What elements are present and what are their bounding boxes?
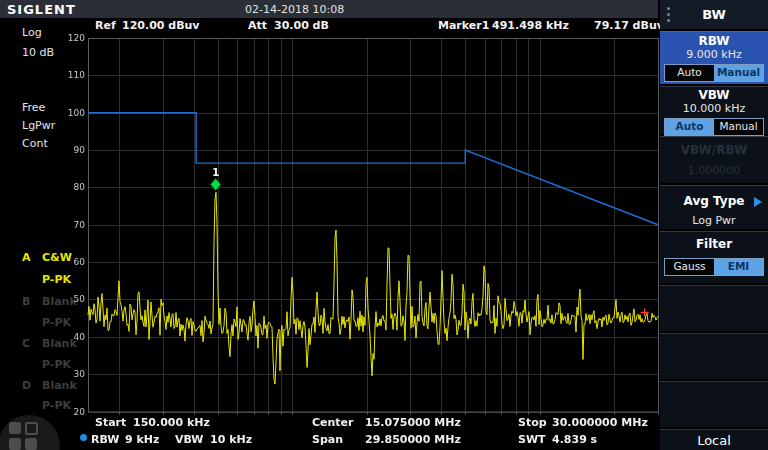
menu-header: BW <box>660 0 768 29</box>
vbw-value: 10 kHz <box>210 433 252 446</box>
stop-label: Stop <box>518 416 547 429</box>
scale-type-label[interactable]: Log <box>22 26 42 39</box>
swt-label: SWT <box>518 433 546 446</box>
start-label: Start <box>95 416 126 429</box>
scale-perdiv-label[interactable]: 10 dB <box>22 46 54 59</box>
menu-slot-empty <box>660 381 768 427</box>
menu-slot-empty <box>660 333 768 379</box>
menu-dots-icon[interactable] <box>667 7 671 25</box>
vbw-auto-option[interactable]: Auto <box>665 119 714 135</box>
rbw-label: RBW <box>91 433 119 446</box>
brand-logo: SIGLENT <box>7 2 76 17</box>
rbw-value: 9 kHz <box>125 433 159 446</box>
rbw-bullet-icon <box>80 434 87 441</box>
avg-type-softkey[interactable]: Avg Type Log Pwr <box>660 185 768 229</box>
filter-toggle: Gauss EMI <box>664 258 764 276</box>
vbw-softkey[interactable]: VBW 10.000 kHz Auto Manual <box>660 86 768 134</box>
menu-title: BW <box>660 0 768 29</box>
submenu-arrow-icon <box>754 197 762 207</box>
trigger-label[interactable]: Free <box>22 101 45 114</box>
stop-value: 30.000000 MHz <box>552 416 648 429</box>
average-label[interactable]: LgPwr <box>22 119 55 132</box>
vbw-auto-manual-toggle: Auto Manual <box>664 118 764 136</box>
filter-softkey[interactable]: Filter Gauss EMI <box>660 231 768 283</box>
center-label: Center <box>312 416 354 429</box>
vbw-rbw-ratio-softkey: VBW/RBW 1.000000 <box>660 136 768 183</box>
filter-emi-option[interactable]: EMI <box>714 259 763 275</box>
spectrum-plot-canvas[interactable] <box>60 28 660 418</box>
rbw-auto-option[interactable]: Auto <box>665 65 714 81</box>
vbw-label: VBW <box>175 433 203 446</box>
local-button[interactable]: Local <box>660 429 768 450</box>
rbw-manual-option[interactable]: Manual <box>714 65 763 81</box>
home-grid-icon[interactable] <box>0 415 60 450</box>
span-value: 29.850000 MHz <box>365 433 461 446</box>
menu-slot-empty <box>660 285 768 331</box>
softkey-menu-panel: BW RBW 9.000 kHz Auto Manual VBW 10.000 … <box>660 0 768 450</box>
span-label: Span <box>312 433 343 446</box>
vbw-manual-option[interactable]: Manual <box>714 119 763 135</box>
datetime: 02-14-2018 10:08 <box>245 3 344 16</box>
title-bar: SIGLENT 02-14-2018 10:08 <box>0 0 658 18</box>
rbw-softkey[interactable]: RBW 9.000 kHz Auto Manual <box>660 31 768 84</box>
center-value: 15.075000 MHz <box>365 416 461 429</box>
swt-value: 4.839 s <box>552 433 597 446</box>
rbw-auto-manual-toggle: Auto Manual <box>664 64 764 82</box>
sweep-mode-label[interactable]: Cont <box>22 137 48 150</box>
filter-gauss-option[interactable]: Gauss <box>665 259 714 275</box>
start-value: 150.000 kHz <box>133 416 210 429</box>
